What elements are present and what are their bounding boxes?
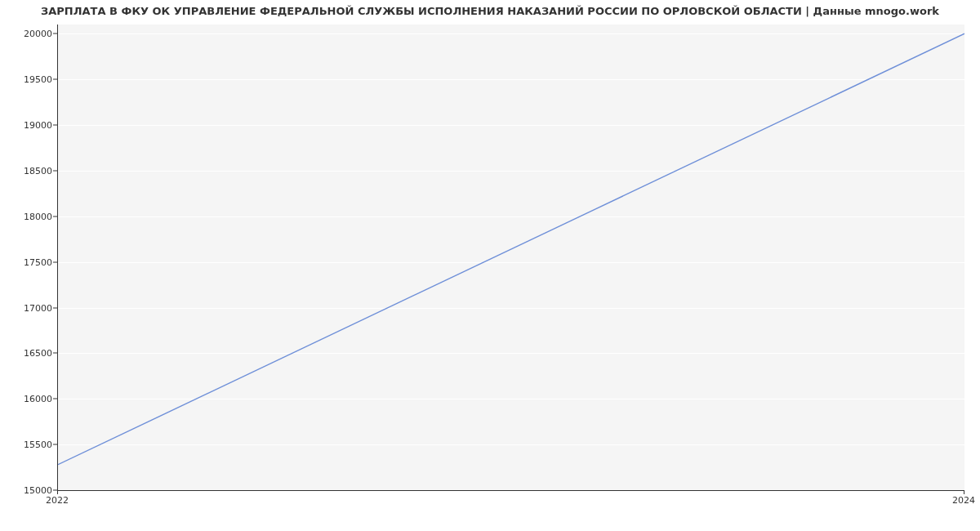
y-tick-label: 18000 xyxy=(7,211,52,221)
y-tick-label: 15500 xyxy=(7,440,52,450)
y-tick-label: 16000 xyxy=(7,394,52,404)
x-tick-label: 2024 xyxy=(952,495,975,506)
y-tick-label: 15000 xyxy=(7,485,52,496)
y-tick-label: 20000 xyxy=(7,29,52,39)
chart-container: ЗАРПЛАТА В ФКУ ОК УПРАВЛЕНИЕ ФЕДЕРАЛЬНОЙ… xyxy=(0,0,980,531)
y-tick-label: 19000 xyxy=(7,119,52,130)
x-tick-label: 2022 xyxy=(46,495,69,506)
y-tick-label: 18500 xyxy=(7,165,52,176)
line-series xyxy=(58,25,964,490)
gridline xyxy=(58,490,964,491)
y-tick-label: 19500 xyxy=(7,74,52,85)
plot-area xyxy=(57,25,964,491)
y-tick-label: 17500 xyxy=(7,257,52,267)
chart-title: ЗАРПЛАТА В ФКУ ОК УПРАВЛЕНИЕ ФЕДЕРАЛЬНОЙ… xyxy=(0,5,980,17)
y-tick-label: 16500 xyxy=(7,348,52,359)
y-tick-label: 17000 xyxy=(7,302,52,313)
